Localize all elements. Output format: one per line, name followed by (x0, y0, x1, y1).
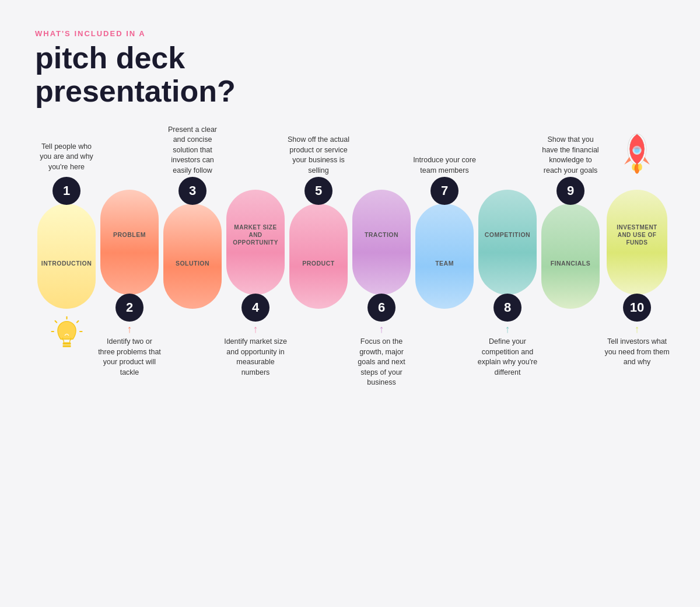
main-title: pitch deck presentation? (35, 41, 665, 108)
svg-point-12 (638, 164, 642, 171)
subtitle: WHAT'S INCLUDED IN A (35, 29, 665, 38)
num-circle-8: 8 (494, 294, 522, 322)
col6-arrow: ↑ (379, 324, 384, 334)
pill-4: MARKET SIZE AND OPPORTUNITY (226, 190, 285, 295)
pill-label-5: PRODUCT (298, 260, 339, 268)
pill-label-9: FINANCIALS (546, 260, 596, 268)
num-circle-2: 2 (116, 294, 144, 322)
svg-line-2 (76, 321, 78, 323)
col8-arrow: ↑ (505, 324, 510, 334)
col2-arrow: ↑ (127, 324, 132, 334)
col1-top-text: Tell people who you are and why you're h… (35, 123, 98, 176)
num-circle-1: 1 (52, 177, 80, 205)
pill-label-4: MARKET SIZE AND OPPORTUNITY (226, 224, 285, 246)
pill-label-2: PROBLEM (108, 231, 150, 239)
num-circle-3: 3 (178, 177, 206, 205)
pill-3: SOLUTION (163, 204, 222, 309)
col8-bottom-text: Define your competition and explain why … (476, 334, 539, 393)
num-circle-7: 7 (430, 177, 459, 205)
col10-arrow: ↑ (635, 324, 640, 334)
col2-bottom-text: Identify two or three problems that your… (98, 334, 161, 393)
pill-2: PROBLEM (100, 190, 159, 295)
pill-8: COMPETITION (478, 190, 537, 295)
num-circle-4: 4 (242, 294, 270, 322)
num-circle-5: 5 (304, 177, 332, 205)
pill-label-10: INVESTMENT AND USE OF FUNDS (607, 224, 667, 246)
pill-label-1: INTRODUCTION (37, 260, 97, 268)
pill-7: TEAM (415, 204, 474, 309)
page-container: WHAT'S INCLUDED IN A pitch deck presenta… (0, 0, 700, 607)
num-circle-6: 6 (368, 294, 396, 322)
bulb-area (51, 309, 83, 361)
col4-arrow: ↑ (253, 324, 258, 334)
pill-label-8: COMPETITION (480, 231, 535, 239)
svg-rect-6 (62, 345, 71, 347)
pill-label-3: SOLUTION (171, 260, 214, 268)
col6-bottom-text: Focus on the growth, major goals and nex… (350, 334, 413, 393)
rocket-area (617, 125, 657, 178)
pill-label-6: TRACTION (360, 231, 403, 239)
pill-label-7: TEAM (430, 260, 459, 268)
col10-bottom-text: Tell investors what you need from them a… (602, 334, 672, 393)
col4-bottom-text: Identify market size and opportunity in … (224, 334, 287, 393)
lightbulb-icon (51, 316, 83, 354)
pill-5: PRODUCT (289, 204, 348, 309)
pill-9: FINANCIALS (541, 204, 600, 309)
diagram-area: Tell people who you are and why you're h… (35, 125, 665, 420)
pill-1: INTRODUCTION (37, 204, 96, 309)
svg-line-1 (55, 321, 57, 323)
svg-rect-5 (62, 343, 71, 344)
rocket-icon (617, 128, 657, 175)
num-circle-9: 9 (556, 177, 584, 205)
pill-10: INVESTMENT AND USE OF FUNDS (607, 190, 667, 295)
num-circle-10: 10 (623, 294, 651, 322)
pill-6: TRACTION (352, 190, 411, 295)
